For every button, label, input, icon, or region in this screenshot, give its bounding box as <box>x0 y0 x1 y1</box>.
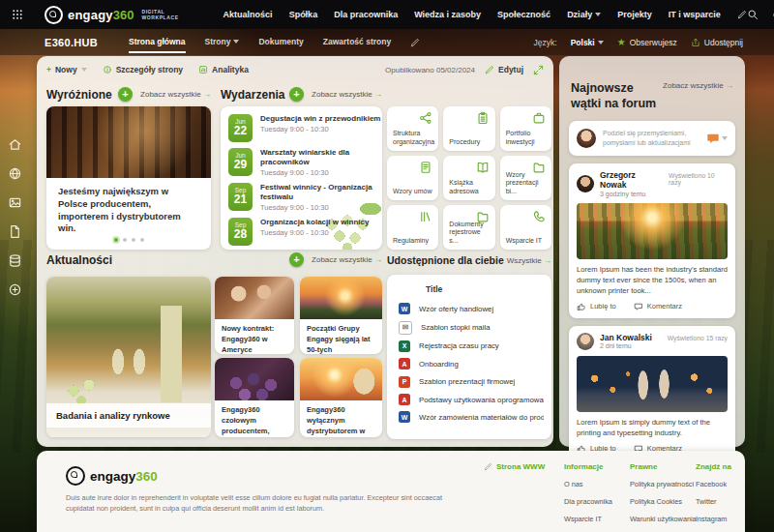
app-launcher-icon[interactable] <box>12 9 23 20</box>
tile-procedury[interactable]: Procedury <box>443 106 494 151</box>
footer-link-polityka-cookies[interactable]: Polityka Cookies <box>630 497 697 506</box>
news-see-all-link[interactable]: Zobacz wszystkie → <box>312 255 382 264</box>
couple-toast-image <box>215 277 294 319</box>
page-details-icon <box>103 65 112 74</box>
nav-item-dzialy[interactable]: Działy <box>567 10 601 19</box>
news-card-wylacznym-dystrybutorem[interactable]: Engagy360 wyłącznym dystrybutorem w Pols… <box>300 358 382 437</box>
news-card-czolowym-producentem[interactable]: Engagy360 czołowym producentem, importer… <box>215 358 294 437</box>
shared-file-row[interactable]: ✉Szablon stopki maila <box>387 317 551 337</box>
tile-wzory-umow[interactable]: Wzory umów <box>387 156 438 200</box>
document-icon[interactable] <box>8 224 22 239</box>
language-selector[interactable]: Polski <box>571 38 604 47</box>
tile-regulaminy[interactable]: Regulaminy <box>387 205 438 250</box>
news-card-poczatki-grupy[interactable]: Początki Grupy Engagy sięgają lat 50-tyc… <box>300 277 382 354</box>
footer-link-instagram[interactable]: Instagram <box>696 515 731 523</box>
post-author-avatar[interactable] <box>577 333 594 350</box>
site-title[interactable]: E360.HUB <box>45 37 98 48</box>
news-card-nowy-kontrakt[interactable]: Nowy kontrakt: Engagy360 w Ameryce Połud… <box>215 277 294 354</box>
page-details-button[interactable]: Szczegóły strony <box>103 65 183 74</box>
chat-bubble-icon[interactable] <box>706 132 728 145</box>
search-icon[interactable] <box>747 9 759 20</box>
database-stack-icon[interactable] <box>8 253 22 268</box>
event-date-badge: Jun29 <box>228 148 253 176</box>
footer-link-o-nas[interactable]: O nas <box>564 480 612 488</box>
brand-logo[interactable]: engagy360 DIGITALWORKPLACE <box>45 6 179 24</box>
like-button[interactable]: Lubię to <box>577 302 616 311</box>
tab-strony[interactable]: Strony <box>205 31 240 53</box>
nav-item-aktualnosci[interactable]: Aktualności <box>223 10 273 19</box>
shared-see-all-link[interactable]: Wszystkie → <box>507 256 551 265</box>
analytics-icon <box>198 65 208 74</box>
edit-nav-pencil-icon[interactable] <box>737 10 747 19</box>
nav-item-wiedza-i-zasoby[interactable]: Wiedza i zasoby <box>414 10 481 19</box>
events-see-all-link[interactable]: Zobacz wszystkie → <box>312 90 382 99</box>
footer-link-twitter[interactable]: Twitter <box>696 497 731 506</box>
left-icon-rail <box>8 137 22 297</box>
footer-column-www: Strona WWW <box>484 462 545 471</box>
shared-file-row[interactable]: PSzablon prezentacji firmowej <box>387 373 551 391</box>
footer-link-wsparcie-it[interactable]: Wsparcie IT <box>564 515 612 523</box>
event-item[interactable]: Sep28 Organizacja kolacji w winnicyTuesd… <box>228 218 382 246</box>
edit-tabs-pencil-icon[interactable] <box>410 38 420 47</box>
post-text: Lorem Ipsum is simply dummy text of the … <box>577 417 728 438</box>
shared-file-row[interactable]: APodstawy użytkowania oprogramowania ... <box>387 391 551 408</box>
shared-file-row[interactable]: AOnboarding <box>387 355 551 372</box>
featured-see-all-link[interactable]: Zobacz wszystkie → <box>140 90 211 99</box>
post-author-avatar[interactable] <box>577 175 594 192</box>
chevron-down-icon <box>595 13 601 16</box>
home-icon[interactable] <box>8 137 22 152</box>
featured-title: Wyróżnione <box>46 88 112 102</box>
news-card-title: Nowy kontrakt: Engagy360 w Ameryce Połud… <box>215 319 294 354</box>
tab-strona-glowna[interactable]: Strona główna <box>129 31 186 53</box>
shared-file-row[interactable]: XRejestracja czasu pracy <box>387 338 551 355</box>
featured-carousel-card[interactable]: Jesteśmy największym w Polsce producente… <box>46 106 211 250</box>
event-item[interactable]: Jun22 Degustacja win z przewodnikiemTues… <box>228 114 382 142</box>
events-add-button[interactable]: + <box>289 87 304 102</box>
nav-item-spolka[interactable]: Spółka <box>289 10 318 19</box>
tile-ksiazka-adresowa[interactable]: Książka adresowa <box>443 156 494 200</box>
footer-link-facebook[interactable]: Facebook <box>696 480 731 488</box>
tile-portfolio-inwestycji[interactable]: Portfolio inwestycji <box>500 106 551 151</box>
event-item[interactable]: Jun29 Warsztaty winiarskie dla pracownik… <box>228 148 382 177</box>
address-book-icon <box>476 161 490 174</box>
comment-button[interactable]: Komentarz <box>634 302 682 311</box>
carousel-dot[interactable] <box>123 238 127 242</box>
analytics-button[interactable]: Analityka <box>198 65 249 74</box>
footer-link-polityka-prywatnosci[interactable]: Polityka prywatności <box>630 480 697 488</box>
follow-button[interactable]: ★Obserwujesz <box>617 37 677 47</box>
tile-wzory-prezentacji[interactable]: Wzory prezentacji bi... <box>500 156 551 200</box>
carousel-dot-active[interactable] <box>114 238 118 242</box>
event-item[interactable]: Sep21 Festiwal winnicy - Organizacja fes… <box>228 183 382 212</box>
news-image-icon[interactable] <box>8 195 22 210</box>
forum-see-all-link[interactable]: Zobacz wszystkie → <box>663 81 733 90</box>
globe-icon[interactable] <box>8 166 22 181</box>
forum-post[interactable]: Jan Kowalski2 dni temu Wyświetlono 15 ra… <box>569 326 735 460</box>
new-button[interactable]: +Nowy <box>46 65 87 74</box>
news-card-badania[interactable]: Badania i analizy rynkowe <box>46 277 211 437</box>
add-circle-icon[interactable] <box>8 282 22 297</box>
share-button[interactable]: Udostępnij <box>691 38 743 47</box>
edit-page-button[interactable]: Edytuj <box>485 65 523 74</box>
carousel-dot[interactable] <box>132 238 135 242</box>
shared-file-row[interactable]: WWzór oferty handlowej <box>387 300 551 317</box>
footer-link-warunki-uzytkowania[interactable]: Warunki użytkowania <box>630 515 697 523</box>
tile-struktura-organizacyjna[interactable]: Struktura organizacyjna <box>387 106 438 151</box>
forum-composer[interactable]: Podziel się przemyśleniami, pomysłami lu… <box>569 121 735 156</box>
expand-icon[interactable] <box>533 65 544 75</box>
tab-dokumenty[interactable]: Dokumenty <box>258 31 303 53</box>
nav-item-projekty[interactable]: Projekty <box>617 10 652 19</box>
tile-wsparcie-it[interactable]: Wsparcie IT <box>500 205 551 250</box>
shared-file-row[interactable]: WWzór zamówienia materiałów do produk... <box>387 408 551 426</box>
carousel-dot[interactable] <box>140 238 144 242</box>
featured-add-button[interactable]: + <box>118 87 133 102</box>
nav-item-it-i-wsparcie[interactable]: IT i wsparcie <box>669 10 721 19</box>
footer-www-link[interactable]: Strona WWW <box>484 462 545 471</box>
nav-item-dla-pracownika[interactable]: Dla pracownika <box>334 10 398 19</box>
forum-post[interactable]: Grzegorz Nowak3 godziny temu Wyświetlono… <box>569 163 735 317</box>
main-content-panel: +Nowy Szczegóły strony Analityka Opublik… <box>37 56 553 447</box>
tile-dokumenty-rejestrowe[interactable]: Dokumenty rejestrowe s... <box>443 205 494 250</box>
nav-item-spolecznosc[interactable]: Społeczność <box>497 10 551 19</box>
tab-zawartosc-strony[interactable]: Zawartość strony <box>323 31 391 53</box>
footer-link-dla-pracownika[interactable]: Dla pracownika <box>564 497 612 506</box>
news-add-button[interactable]: + <box>289 252 304 267</box>
